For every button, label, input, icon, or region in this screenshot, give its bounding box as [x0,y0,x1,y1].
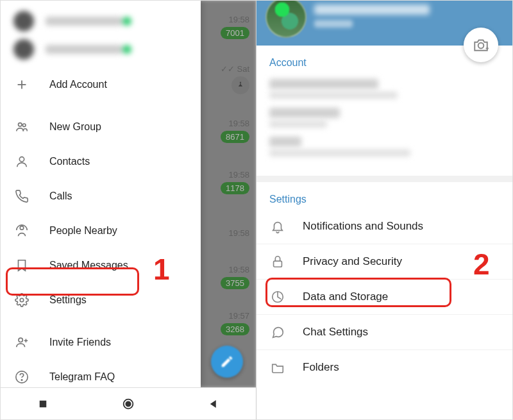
svg-point-4 [19,157,24,162]
chat-row-time: 19:58 7001 [201,6,249,47]
section-title-settings: Settings [256,182,512,209]
profile-name-blur [314,4,430,15]
menu-item-invite-friends[interactable]: Invite Friends [1,325,201,360]
svg-rect-12 [39,400,46,407]
menu-label: Invite Friends [49,337,111,348]
chat-row-time: 19:58 3755 [201,256,249,298]
add-account-button[interactable]: Add Account [1,67,201,102]
settings-item-notifications[interactable]: Notifications and Sounds [256,209,512,244]
settings-item-chat[interactable]: Chat Settings [256,315,512,350]
profile-avatar[interactable] [265,1,307,38]
phone-number-blur[interactable] [269,79,378,89]
nav-recent-icon[interactable] [37,398,49,410]
svg-point-7 [19,338,22,342]
chat-row-time: ✓✓ Sat [201,58,249,100]
settings-label: Folders [303,361,339,374]
menu-item-saved-messages[interactable]: Saved Messages [1,248,201,283]
svg-point-5 [20,226,24,230]
phone-icon [13,189,30,203]
settings-label: Privacy and Security [303,255,402,268]
contact-icon [13,155,30,169]
svg-point-6 [20,298,24,302]
settings-label: Notifications and Sounds [303,220,423,233]
settings-item-folders[interactable]: Folders [256,350,512,385]
nav-home-icon[interactable] [121,397,135,411]
account-name-blur [46,17,122,26]
menu-label: New Group [49,121,101,133]
svg-point-3 [22,124,26,127]
svg-point-15 [478,43,484,49]
svg-point-14 [126,401,130,406]
account-name-blur [46,45,122,54]
android-navbar [1,387,256,419]
menu-item-contacts[interactable]: Contacts [1,144,201,179]
menu-label: Telegram FAQ [49,371,115,383]
data-usage-icon [269,290,286,304]
menu-item-new-group[interactable]: New Group [1,110,201,144]
menu-label: Saved Messages [49,260,128,271]
bell-icon [269,219,286,233]
bio-label-blur[interactable] [269,137,301,147]
chat-row-time: 19:58 8671 [201,110,249,151]
camera-icon [473,37,489,53]
svg-point-11 [21,380,22,380]
gear-icon [13,293,30,307]
bookmark-icon [13,258,30,273]
nearby-icon [13,224,30,238]
account-row[interactable] [1,35,201,63]
username-blur[interactable] [269,108,340,118]
chat-icon [269,325,286,339]
navigation-drawer: Add Account New Group Contacts Calls [1,1,201,387]
menu-label: Add Account [49,79,107,90]
plus-icon [13,78,30,92]
profile-status-blur [314,20,353,28]
help-icon [13,370,30,384]
right-screenshot: Account Settings Notifications and Sound… [256,1,512,419]
chat-row-time: 19:58 [201,212,249,254]
lock-icon [269,255,286,269]
menu-label: Settings [49,294,87,306]
invite-icon [13,335,30,349]
nav-back-icon[interactable] [208,398,219,410]
group-icon [13,120,30,134]
chat-row-time: 19:57 3268 [201,302,249,344]
avatar [13,11,34,31]
account-row[interactable] [1,7,201,35]
menu-item-settings[interactable]: Settings [1,283,201,317]
svg-point-2 [19,123,22,127]
settings-item-data[interactable]: Data and Storage [256,280,512,315]
chat-row-time: 19:58 1178 [201,161,249,203]
settings-label: Data and Storage [303,290,388,303]
change-photo-button[interactable] [464,28,498,62]
menu-label: People Nearby [49,225,117,237]
folder-icon [269,360,286,374]
phone-caption-blur [269,92,398,99]
bio-caption-blur [269,149,410,156]
online-indicator-icon [122,17,131,26]
svg-rect-18 [274,261,282,267]
account-info-block [256,79,512,182]
compose-fab[interactable] [211,346,243,378]
menu-label: Contacts [49,156,90,167]
menu-label: Calls [49,190,72,202]
menu-item-people-nearby[interactable]: People Nearby [1,214,201,248]
settings-label: Chat Settings [303,326,368,339]
left-screenshot: 19:58 7001 ✓✓ Sat 19:58 8671 19:58 1178 … [1,1,256,419]
menu-item-calls[interactable]: Calls [1,179,201,214]
username-caption-blur [269,121,327,128]
settings-item-privacy[interactable]: Privacy and Security [256,244,512,280]
avatar [13,39,34,60]
online-indicator-icon [122,45,131,54]
account-list [1,1,201,67]
pin-icon [231,76,249,94]
